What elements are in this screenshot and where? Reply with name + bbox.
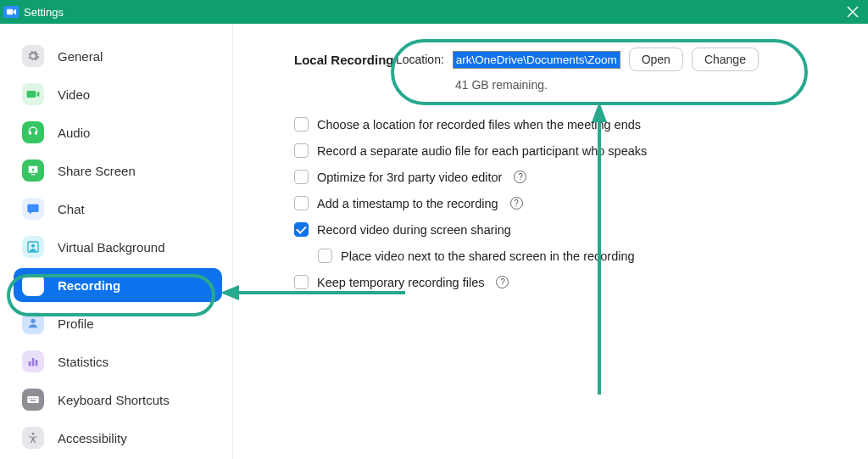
option-checkbox[interactable] bbox=[294, 222, 309, 237]
remaining-text: 41 GB remaining. bbox=[455, 78, 759, 92]
option-label: Add a timestamp to the recording bbox=[317, 197, 498, 210]
sidebar-item-label: Accessibility bbox=[58, 431, 127, 445]
option-label: Record a separate audio file for each pa… bbox=[317, 144, 647, 158]
app-icon bbox=[3, 6, 19, 18]
svg-rect-15 bbox=[34, 398, 35, 399]
option-checkbox[interactable] bbox=[318, 249, 332, 263]
option-checkbox[interactable] bbox=[294, 117, 309, 132]
option-checkbox[interactable] bbox=[294, 196, 309, 210]
svg-point-5 bbox=[31, 244, 35, 248]
sidebar-item-label: Audio bbox=[58, 126, 90, 140]
options-list: Choose a location for recorded files whe… bbox=[294, 117, 834, 289]
location-label: Location: bbox=[396, 53, 444, 66]
record-icon bbox=[22, 274, 44, 296]
gear-icon bbox=[22, 45, 44, 67]
video-icon bbox=[22, 83, 44, 105]
svg-point-7 bbox=[31, 283, 35, 287]
svg-rect-3 bbox=[31, 174, 35, 175]
option-row: Choose a location for recorded files whe… bbox=[294, 117, 834, 132]
sidebar-item-chat[interactable]: Chat bbox=[14, 192, 222, 226]
svg-rect-9 bbox=[29, 361, 31, 366]
option-label: Place video next to the shared screen in… bbox=[341, 249, 635, 263]
svg-rect-11 bbox=[36, 360, 38, 366]
sidebar-item-label: Statistics bbox=[58, 355, 108, 369]
option-label: Record video during screen sharing bbox=[317, 223, 511, 237]
option-label: Choose a location for recorded files whe… bbox=[317, 118, 641, 132]
sidebar-item-video[interactable]: Video bbox=[14, 77, 222, 111]
svg-rect-14 bbox=[31, 398, 32, 399]
close-button[interactable] bbox=[844, 3, 861, 20]
svg-rect-10 bbox=[32, 358, 35, 366]
help-icon[interactable]: ? bbox=[496, 276, 509, 288]
option-row: Add a timestamp to the recording? bbox=[294, 196, 834, 210]
svg-rect-16 bbox=[36, 398, 36, 399]
audio-icon bbox=[22, 121, 44, 143]
sidebar-item-label: Share Screen bbox=[58, 164, 136, 178]
option-row: Record video during screen sharing bbox=[294, 222, 834, 237]
option-row: Record a separate audio file for each pa… bbox=[294, 143, 834, 158]
sidebar: GeneralVideoAudioShare ScreenChatVirtual… bbox=[0, 24, 233, 459]
sidebar-item-label: General bbox=[58, 49, 103, 64]
option-row: Keep temporary recording files? bbox=[294, 275, 834, 289]
accessibility-icon bbox=[22, 427, 44, 449]
vb-icon bbox=[22, 236, 44, 258]
svg-rect-17 bbox=[31, 400, 36, 401]
option-row: Optimize for 3rd party video editor? bbox=[294, 170, 834, 184]
sidebar-item-label: Recording bbox=[58, 278, 120, 293]
sidebar-item-recording[interactable]: Recording bbox=[14, 268, 222, 302]
sidebar-item-label: Profile bbox=[58, 316, 94, 331]
location-path[interactable]: ark\OneDrive\Documents\Zoom bbox=[453, 51, 620, 69]
sidebar-item-audio[interactable]: Audio bbox=[14, 115, 222, 149]
option-label: Optimize for 3rd party video editor bbox=[317, 171, 502, 184]
change-button[interactable]: Change bbox=[692, 48, 759, 71]
svg-rect-12 bbox=[27, 396, 38, 403]
main-content: Local Recording Location: ark\OneDrive\D… bbox=[233, 24, 868, 459]
option-row: Place video next to the shared screen in… bbox=[318, 249, 834, 263]
sidebar-item-label: Chat bbox=[58, 202, 85, 216]
sidebar-item-share-screen[interactable]: Share Screen bbox=[14, 154, 222, 188]
share-icon bbox=[22, 160, 44, 182]
sidebar-item-label: Virtual Background bbox=[58, 240, 164, 255]
option-label: Keep temporary recording files bbox=[317, 276, 484, 289]
option-checkbox[interactable] bbox=[294, 170, 309, 184]
svg-point-8 bbox=[31, 319, 35, 323]
section-title: Local Recording bbox=[294, 48, 396, 67]
sidebar-item-profile[interactable]: Profile bbox=[14, 306, 222, 340]
sidebar-item-general[interactable]: General bbox=[14, 39, 222, 73]
sidebar-item-virtual-background[interactable]: Virtual Background bbox=[14, 230, 222, 264]
chat-icon bbox=[22, 198, 44, 220]
help-icon[interactable]: ? bbox=[514, 171, 526, 183]
keyboard-icon bbox=[22, 389, 44, 411]
svg-rect-0 bbox=[7, 9, 13, 14]
open-button[interactable]: Open bbox=[629, 48, 683, 71]
profile-icon bbox=[22, 312, 44, 334]
sidebar-item-label: Keyboard Shortcuts bbox=[58, 393, 170, 407]
window-title: Settings bbox=[24, 6, 64, 19]
stats-icon bbox=[22, 350, 44, 372]
sidebar-item-statistics[interactable]: Statistics bbox=[14, 344, 222, 378]
sidebar-item-label: Video bbox=[58, 87, 90, 102]
sidebar-item-keyboard-shortcuts[interactable]: Keyboard Shortcuts bbox=[14, 383, 222, 417]
help-icon[interactable]: ? bbox=[510, 197, 523, 210]
sidebar-item-accessibility[interactable]: Accessibility bbox=[14, 421, 222, 455]
titlebar: Settings bbox=[0, 0, 868, 24]
svg-rect-13 bbox=[29, 398, 30, 399]
option-checkbox[interactable] bbox=[294, 275, 309, 289]
svg-point-18 bbox=[31, 433, 34, 435]
option-checkbox[interactable] bbox=[294, 143, 309, 158]
